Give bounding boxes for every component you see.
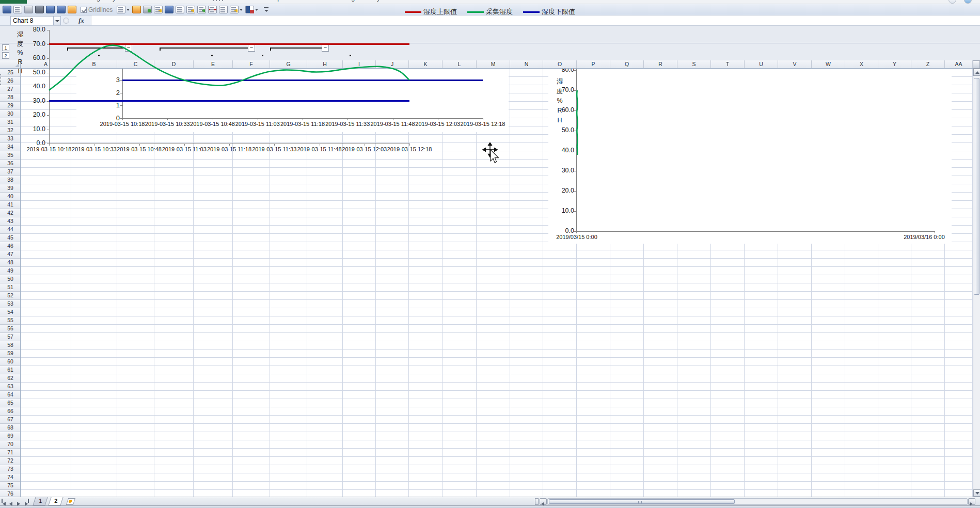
name-box-dropdown-icon[interactable] xyxy=(54,16,61,25)
vertical-split-handle[interactable] xyxy=(973,60,980,69)
row-header-39[interactable]: 39 xyxy=(0,184,21,193)
row-header-61[interactable]: 61 xyxy=(0,366,21,374)
ribbon-tab-layout[interactable]: Layout xyxy=(364,0,395,4)
column-header-M[interactable]: M xyxy=(477,60,510,69)
hscroll-left-icon[interactable] xyxy=(540,498,547,505)
ribbon-tab-formulas[interactable]: Formulas xyxy=(131,0,169,4)
row-header-46[interactable]: 46 xyxy=(0,242,21,250)
row-header-69[interactable]: 69 xyxy=(0,432,21,440)
prev-sheet-icon[interactable] xyxy=(9,499,15,504)
column-header-V[interactable]: V xyxy=(778,60,812,69)
row-header-70[interactable]: 70 xyxy=(0,440,21,449)
chart-legend[interactable]: 湿度上限值采集湿度湿度下限值 xyxy=(0,7,980,17)
row-header-33[interactable]: 33 xyxy=(0,135,21,143)
collapse-ribbon-icon[interactable] xyxy=(949,0,956,4)
vscroll-down-icon[interactable] xyxy=(973,489,980,497)
column-header-N[interactable]: N xyxy=(510,60,543,69)
row-header-76[interactable]: 76 xyxy=(0,490,21,497)
help-icon[interactable] xyxy=(964,0,972,4)
row-header-35[interactable]: 35 xyxy=(0,151,21,160)
name-box[interactable]: Chart 8 xyxy=(10,16,54,25)
vscroll-thumb[interactable] xyxy=(974,78,979,295)
row-header-40[interactable]: 40 xyxy=(0,193,21,201)
column-header-R[interactable]: R xyxy=(644,60,677,69)
row-header-58[interactable]: 58 xyxy=(0,341,21,350)
row-header-71[interactable]: 71 xyxy=(0,449,21,457)
row-header-27[interactable]: 27 xyxy=(0,85,21,93)
ribbon-tab-format[interactable]: Format xyxy=(395,0,427,4)
row-header-73[interactable]: 73 xyxy=(0,465,21,473)
row-header-48[interactable]: 48 xyxy=(0,259,21,267)
row-header-64[interactable]: 64 xyxy=(0,391,21,399)
outline-level-button-1[interactable]: 1 xyxy=(2,44,9,51)
ribbon-tab-data[interactable]: Data xyxy=(169,0,194,4)
right-chart[interactable]: 80.070.060.050.040.030.020.010.00.0湿度%RH… xyxy=(548,69,952,244)
row-header-56[interactable]: 56 xyxy=(0,325,21,333)
row-header-74[interactable]: 74 xyxy=(0,473,21,482)
row-header-34[interactable]: 34 xyxy=(0,143,21,151)
ribbon-tab-page-layout[interactable]: Page Layout xyxy=(83,0,131,4)
column-header-Y[interactable]: Y xyxy=(878,60,911,69)
row-header-29[interactable]: 29 xyxy=(0,102,21,110)
row-header-52[interactable]: 52 xyxy=(0,292,21,300)
row-header-37[interactable]: 37 xyxy=(0,168,21,176)
row-header-26[interactable]: 26 xyxy=(0,77,21,85)
row-header-42[interactable]: 42 xyxy=(0,209,21,217)
ribbon-tab-design[interactable]: Design xyxy=(333,0,364,4)
horizontal-scrollbar[interactable] xyxy=(547,498,968,505)
column-header-L[interactable]: L xyxy=(442,60,477,69)
chart-resize-handle-left[interactable] xyxy=(0,74,1,87)
ribbon-tab-view[interactable]: View xyxy=(226,0,251,4)
row-header-57[interactable]: 57 xyxy=(0,333,21,341)
row-header-66[interactable]: 66 xyxy=(0,407,21,416)
column-header-AA[interactable]: AA xyxy=(945,60,973,69)
row-header-62[interactable]: 62 xyxy=(0,374,21,383)
formula-input[interactable] xyxy=(91,15,980,25)
chart-resize-handle-top[interactable] xyxy=(213,0,225,1)
insert-worksheet-icon[interactable] xyxy=(66,498,75,505)
column-header-Q[interactable]: Q xyxy=(610,60,644,69)
row-header-31[interactable]: 31 xyxy=(0,118,21,126)
row-header-38[interactable]: 38 xyxy=(0,176,21,184)
row-header-75[interactable]: 75 xyxy=(0,482,21,490)
row-header-47[interactable]: 47 xyxy=(0,250,21,259)
row-header-41[interactable]: 41 xyxy=(0,201,21,209)
outline-level-button-2[interactable]: 2 xyxy=(2,52,9,59)
row-header-60[interactable]: 60 xyxy=(0,358,21,366)
row-header-32[interactable]: 32 xyxy=(0,126,21,135)
row-header-72[interactable]: 72 xyxy=(0,457,21,465)
column-header-P[interactable]: P xyxy=(577,60,610,69)
column-header-O[interactable]: O xyxy=(543,60,577,69)
row-header-28[interactable]: 28 xyxy=(0,93,21,102)
row-header-63[interactable]: 63 xyxy=(0,383,21,391)
row-header-59[interactable]: 59 xyxy=(0,350,21,358)
row-header-45[interactable]: 45 xyxy=(0,234,21,242)
next-sheet-icon[interactable] xyxy=(17,499,23,504)
column-header-W[interactable]: W xyxy=(812,60,845,69)
sheet-tab-2[interactable]: 2 xyxy=(48,497,63,505)
series-line-collected-humidity[interactable] xyxy=(49,30,409,144)
row-header-49[interactable]: 49 xyxy=(0,267,21,275)
ribbon-tab-office-tab[interactable]: Office Tab xyxy=(292,0,333,4)
row-header-55[interactable]: 55 xyxy=(0,316,21,325)
column-header-U[interactable]: U xyxy=(745,60,778,69)
row-header-36[interactable]: 36 xyxy=(0,160,21,168)
sheet-tab-1[interactable]: 1 xyxy=(33,497,48,505)
ribbon-tab-home[interactable]: Home xyxy=(27,0,55,4)
row-header-44[interactable]: 44 xyxy=(0,226,21,234)
row-header-65[interactable]: 65 xyxy=(0,399,21,407)
vertical-scrollbar[interactable] xyxy=(973,69,980,497)
row-header-50[interactable]: 50 xyxy=(0,275,21,283)
first-sheet-icon[interactable] xyxy=(2,499,7,504)
row-header-43[interactable]: 43 xyxy=(0,217,21,226)
column-header-S[interactable]: S xyxy=(677,60,711,69)
ribbon-tab-developer[interactable]: Developer xyxy=(251,0,292,4)
insert-function-icon[interactable]: fx xyxy=(78,17,84,25)
row-header-67[interactable]: 67 xyxy=(0,416,21,424)
vscroll-up-icon[interactable] xyxy=(973,69,980,76)
column-header-Z[interactable]: Z xyxy=(911,60,945,69)
ribbon-tab-insert[interactable]: Insert xyxy=(56,0,83,4)
row-header-30[interactable]: 30 xyxy=(0,110,21,118)
ribbon-tab-file[interactable]: File xyxy=(0,0,27,4)
row-header-68[interactable]: 68 xyxy=(0,424,21,432)
